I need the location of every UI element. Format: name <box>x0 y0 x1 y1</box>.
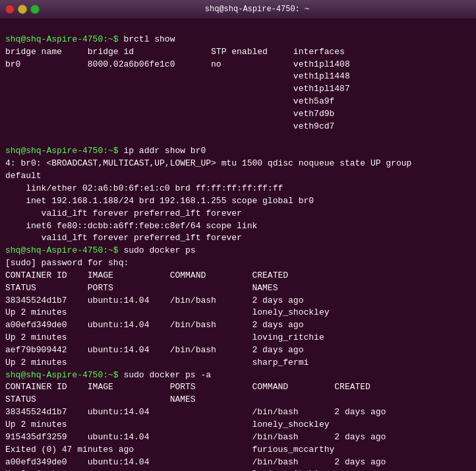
window-controls <box>5 5 40 14</box>
prompt-4: shq@shq-Aspire-4750:~$ <box>5 370 119 380</box>
output-21: 38345524d1b7 ubuntu:14.04 /bin/bash 2 da… <box>5 407 386 417</box>
output-25: a00efd349de0 ubuntu:14.04 /bin/bash 2 da… <box>5 457 386 467</box>
output-7: 4: br0: <BROADCAST,MULTICAST,UP,LOWER_UP… <box>5 158 411 168</box>
output-23: 915435df3259 ubuntu:14.04 /bin/bash 2 da… <box>5 432 386 442</box>
output-5: veth7d9b <box>5 109 334 119</box>
title-bar: shq@shq-Aspire-4750: ~ <box>0 0 476 18</box>
output-header-1: bridge name bridge id STP enabled interf… <box>5 47 345 57</box>
output-header-4: CONTAINER ID IMAGE PORTS COMMAND CREATED <box>5 382 371 392</box>
output-18: Up 2 minutes loving_ritchie <box>5 332 324 342</box>
output-20: Up 2 minutes sharp_fermi <box>5 358 309 367</box>
command-2: ip addr show br0 <box>119 146 206 156</box>
output-1: br0 8000.02a6b06fe1c0 no veth1pl1408 <box>5 59 350 69</box>
command-4: sudo docker ps -a <box>119 370 211 380</box>
output-header-5: STATUS NAMES <box>5 394 196 404</box>
output-17: a00efd349de0 ubuntu:14.04 /bin/bash 2 da… <box>5 320 303 330</box>
terminal-body: shq@shq-Aspire-4750:~$ brctl show bridge… <box>0 18 476 471</box>
output-16: Up 2 minutes lonely_shockley <box>5 307 329 317</box>
output-11: valid_lft forever preferred_lft forever <box>5 208 242 218</box>
maximize-button[interactable] <box>30 5 40 14</box>
output-9: link/ether 02:a6:b0:6f:e1:c0 brd ff:ff:f… <box>5 183 283 193</box>
output-3: veth1pl1487 <box>5 84 350 94</box>
command-3: sudo docker ps <box>119 245 196 255</box>
output-14: [sudo] password for shq: <box>5 258 129 268</box>
output-22: Up 2 minutes lonely_shockley <box>5 420 329 429</box>
command-1: brctl show <box>119 34 175 44</box>
output-4: veth5a9f <box>5 96 334 106</box>
prompt-2: shq@shq-Aspire-4750:~$ <box>5 146 119 156</box>
prompt-3: shq@shq-Aspire-4750:~$ <box>5 245 119 255</box>
output-13: valid_lft forever preferred_lft forever <box>5 233 242 243</box>
output-12: inet6 fe80::dcbb:a6ff:febe:c8ef/64 scope… <box>5 221 257 231</box>
output-19: aef79b909442 ubuntu:14.04 /bin/bash 2 da… <box>5 345 303 355</box>
output-header-2: CONTAINER ID IMAGE COMMAND CREATED <box>5 270 318 280</box>
output-6: veth9cd7 <box>5 121 334 131</box>
output-header-3: STATUS PORTS NAMES <box>5 283 278 293</box>
output-10: inet 192.168.1.188/24 brd 192.168.1.255 … <box>5 196 314 206</box>
minimize-button[interactable] <box>18 5 27 14</box>
window-title: shq@shq-Aspire-4750: ~ <box>44 5 471 14</box>
output-8: default <box>5 171 42 181</box>
close-button[interactable] <box>5 5 15 14</box>
output-2: veth1pl1448 <box>5 71 350 81</box>
prompt-1: shq@shq-Aspire-4750:~$ <box>5 34 119 44</box>
output-15: 38345524d1b7 ubuntu:14.04 /bin/bash 2 da… <box>5 296 303 305</box>
output-24: Exited (0) 47 minutes ago furious_mccart… <box>5 445 334 455</box>
